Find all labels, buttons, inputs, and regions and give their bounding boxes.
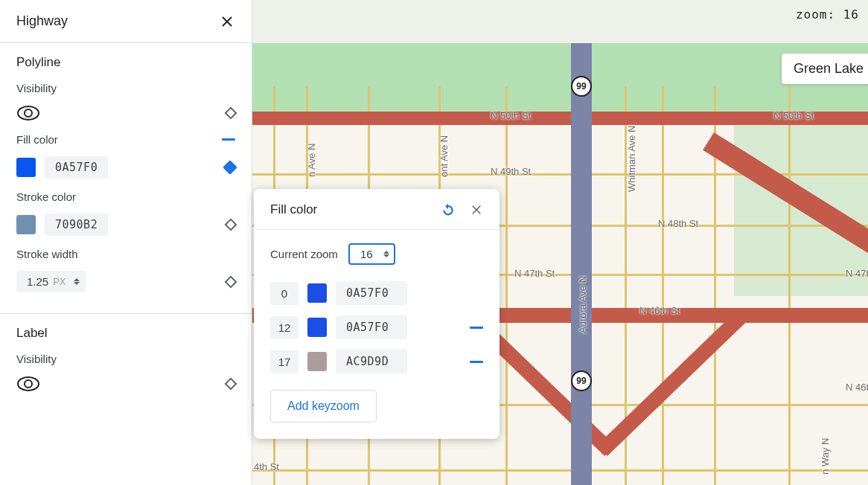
street-label: 4th St	[254, 461, 279, 472]
label-section: Label Visibility	[0, 314, 252, 413]
street-label: Whitman Ave N	[626, 126, 637, 192]
route-shield: 99	[571, 76, 592, 97]
keyframe-diamond[interactable]	[225, 378, 237, 391]
keyzoom-row: 17AC9D9D	[270, 350, 483, 373]
label-visibility-row: Visibility	[16, 353, 235, 365]
street-label: N 46th St	[639, 305, 680, 316]
street-label: Aurora Ave N	[577, 276, 588, 333]
width-stepper[interactable]	[74, 278, 80, 285]
stroke-color-row: Stroke color	[16, 190, 235, 203]
popup-title: Fill color	[270, 202, 317, 217]
svg-point-3	[25, 380, 32, 388]
place-chip[interactable]: Green Lake	[782, 54, 868, 84]
aurora-ave	[571, 43, 592, 485]
street-label: N 49th St	[491, 166, 531, 177]
keyframe-diamond[interactable]	[225, 107, 237, 120]
current-zoom-input[interactable]: 16	[348, 243, 395, 265]
keyzoom-row: 120A57F0	[270, 315, 483, 339]
sidebar: Highway Polyline Visibility Fill color 0…	[0, 0, 252, 485]
close-icon[interactable]	[220, 15, 234, 28]
fill-color-row: Fill color	[16, 133, 235, 146]
polyline-section: Polyline Visibility Fill color 0A57F0 St…	[0, 43, 252, 314]
stroke-width-label: Stroke width	[16, 248, 78, 260]
add-keyzoom-button[interactable]: Add keyzoom	[270, 390, 377, 423]
stroke-hex[interactable]: 7090B2	[45, 213, 108, 236]
chevron-down-icon[interactable]	[383, 254, 389, 257]
chevron-up-icon[interactable]	[383, 251, 389, 254]
street-label: N 47th St	[514, 268, 555, 279]
stroke-value-row: 7090B2	[16, 213, 235, 236]
visibility-label: Visibility	[16, 82, 57, 94]
width-value-row: 1.25 PX	[16, 271, 235, 292]
keyframe-diamond-active[interactable]	[223, 160, 237, 175]
keyzoom-list: 00A57F0120A57F017AC9D9D	[270, 281, 483, 373]
remove-keyzoom-icon[interactable]	[470, 361, 483, 363]
street-label: N 50th St	[491, 110, 531, 121]
label-visibility-value-row	[16, 376, 235, 392]
minus-indicator[interactable]	[222, 138, 235, 141]
eye-icon[interactable]	[16, 105, 40, 121]
keyzoom-zoom[interactable]: 0	[270, 282, 299, 305]
zoom-label: zoom:	[796, 7, 835, 22]
visibility-row: Visibility	[16, 82, 235, 94]
fill-hex[interactable]: 0A57F0	[45, 156, 108, 179]
chevron-up-icon[interactable]	[74, 278, 80, 281]
street-label: n Ave N	[306, 144, 317, 177]
label-title: Label	[16, 326, 235, 341]
stroke-width-row: Stroke width	[16, 248, 235, 260]
fill-color-label: Fill color	[16, 133, 58, 146]
zoom-value: 16	[843, 7, 859, 22]
page-title: Highway	[16, 13, 68, 29]
zoom-stepper[interactable]	[383, 251, 389, 257]
keyframe-diamond[interactable]	[225, 275, 237, 288]
street-label: N 48th St	[658, 218, 698, 229]
keyzoom-hex[interactable]: 0A57F0	[336, 281, 407, 305]
keyframe-diamond[interactable]	[225, 219, 237, 231]
svg-point-1	[25, 109, 32, 117]
eye-icon[interactable]	[16, 376, 40, 392]
fill-color-popup: Fill color Current zoom 16 00A57F0120A57…	[254, 189, 500, 439]
svg-point-2	[18, 377, 39, 391]
width-input[interactable]: 1.25 PX	[16, 271, 86, 292]
street-label: N 46th St	[846, 382, 868, 393]
fill-swatch[interactable]	[16, 158, 36, 177]
keyzoom-zoom[interactable]: 12	[270, 316, 299, 339]
street-label: N 47th St	[846, 268, 868, 279]
chevron-down-icon[interactable]	[74, 282, 80, 285]
keyzoom-swatch[interactable]	[307, 352, 327, 371]
popup-header: Fill color	[254, 189, 500, 230]
polyline-title: Polyline	[16, 55, 235, 70]
keyzoom-swatch[interactable]	[307, 283, 327, 303]
label-visibility-label: Visibility	[16, 353, 57, 365]
keyzoom-hex[interactable]: AC9D9D	[336, 350, 407, 373]
route-shield: 99	[571, 370, 592, 391]
keyzoom-swatch[interactable]	[307, 318, 327, 337]
reset-icon[interactable]	[441, 203, 455, 216]
zoom-info: zoom: 16	[796, 7, 859, 22]
width-unit: PX	[53, 276, 66, 287]
current-zoom-label: Current zoom	[270, 248, 338, 260]
sidebar-header: Highway	[0, 0, 252, 42]
width-value: 1.25	[27, 275, 48, 288]
street-label: n Way N	[820, 438, 831, 475]
keyzoom-row: 00A57F0	[270, 281, 483, 305]
street-label: ont Ave N	[438, 135, 450, 177]
visibility-value-row	[16, 105, 235, 121]
stroke-color-label: Stroke color	[16, 190, 76, 203]
popup-body: Current zoom 16 00A57F0120A57F017AC9D9D …	[254, 230, 500, 439]
remove-keyzoom-icon[interactable]	[470, 327, 483, 329]
current-zoom-value: 16	[360, 248, 373, 260]
current-zoom-row: Current zoom 16	[270, 243, 483, 265]
close-icon[interactable]	[470, 203, 483, 216]
fill-value-row: 0A57F0	[16, 156, 235, 179]
keyzoom-zoom[interactable]: 17	[270, 350, 299, 373]
stroke-swatch[interactable]	[16, 215, 36, 234]
svg-point-0	[18, 106, 39, 120]
keyzoom-hex[interactable]: 0A57F0	[336, 315, 407, 339]
street-label: N 50th St	[773, 110, 814, 121]
